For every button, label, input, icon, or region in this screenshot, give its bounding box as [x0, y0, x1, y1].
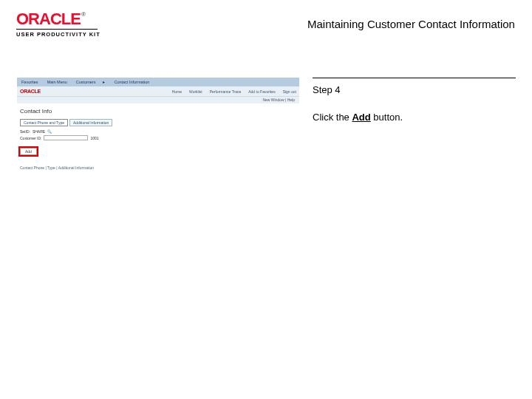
- footer-links[interactable]: Contact Phone | Type | Additional Inform…: [20, 166, 296, 170]
- nav-main-menu[interactable]: Main Menu: [47, 80, 67, 84]
- nav-contact-info[interactable]: Contact Information: [114, 80, 149, 84]
- tab-contact-phone[interactable]: Contact Phone and Type: [20, 119, 68, 126]
- tab-additional-info[interactable]: Additional Information: [69, 119, 112, 126]
- setid-value: SHARE: [33, 129, 45, 134]
- add-button[interactable]: Add: [20, 148, 37, 155]
- instruction-post: button.: [371, 112, 403, 123]
- window-tools[interactable]: New Window | Help: [17, 96, 299, 103]
- setid-label: SetID:: [20, 129, 30, 134]
- step-number: Step 4: [313, 84, 516, 95]
- customer-id-value: 1001: [90, 136, 98, 140]
- step-instruction: Click the Add button.: [313, 112, 516, 123]
- breadcrumb-bar: Favorites Main Menu Customers ▸ Contact …: [17, 78, 299, 86]
- instruction-target: Add: [352, 112, 370, 123]
- customer-id-label: Customer ID:: [20, 136, 41, 140]
- app-screenshot: Favorites Main Menu Customers ▸ Contact …: [17, 78, 299, 196]
- link-worklist[interactable]: Worklist: [189, 89, 202, 94]
- page-title: Maintaining Customer Contact Information: [307, 18, 515, 30]
- section-heading: Contact Info: [20, 108, 296, 115]
- link-add-favorites[interactable]: Add to Favorites: [248, 89, 275, 94]
- instruction-panel: Step 4 Click the Add button.: [313, 78, 516, 123]
- nav-customers[interactable]: Customers: [76, 80, 96, 84]
- tab-strip: Contact Phone and Type Additional Inform…: [20, 119, 296, 126]
- nav-favorites[interactable]: Favorites: [21, 80, 38, 84]
- customer-id-field[interactable]: [44, 135, 88, 140]
- app-header: ORACLE Home Worklist Performance Trace A…: [17, 86, 299, 96]
- link-sign-out[interactable]: Sign out: [283, 89, 296, 94]
- link-home[interactable]: Home: [172, 89, 182, 94]
- chevron-right-icon: ▸: [103, 80, 105, 84]
- search-icon[interactable]: 🔍: [47, 129, 52, 134]
- link-performance[interactable]: Performance Trace: [210, 89, 242, 94]
- brand-logo: ORACLE® USER PRODUCTIVITY KIT: [16, 11, 100, 38]
- brand-wordmark: ORACLE: [16, 10, 81, 28]
- instruction-pre: Click the: [313, 112, 352, 123]
- app-brand: ORACLE: [20, 89, 41, 94]
- brand-divider: [16, 29, 98, 30]
- product-name: USER PRODUCTIVITY KIT: [16, 31, 100, 38]
- brand-tm: ®: [81, 11, 86, 18]
